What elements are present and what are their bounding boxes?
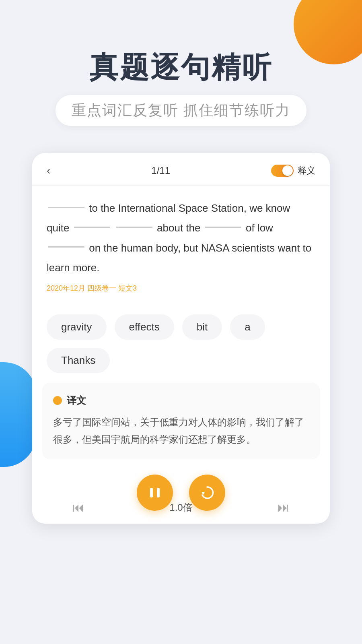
next-button[interactable]: ⏭ xyxy=(278,501,290,514)
prev-button[interactable]: ⏮ xyxy=(72,501,84,514)
blank-2 xyxy=(74,227,110,228)
chip-thanks[interactable]: Thanks xyxy=(47,348,110,373)
footer-bar: ⏮ 1.0倍 ⏭ xyxy=(64,491,298,524)
main-title: 真题逐句精听 xyxy=(0,48,362,87)
speed-label: 1.0倍 xyxy=(169,501,192,514)
blank-1 xyxy=(48,207,84,208)
page-indicator: 1/11 xyxy=(151,165,170,176)
orange-dot-icon xyxy=(53,396,62,405)
sentence-text: to the International Space Station, we k… xyxy=(47,202,311,274)
chip-a[interactable]: a xyxy=(230,314,265,340)
blank-3 xyxy=(116,227,152,228)
bg-blue-decoration xyxy=(0,362,36,467)
chip-gravity[interactable]: gravity xyxy=(47,314,107,340)
translation-text: 多亏了国际空间站，关于低重力对人体的影响，我们了解了很多，但美国宇航局的科学家们… xyxy=(53,413,309,448)
definition-toggle[interactable] xyxy=(271,165,294,177)
card-header: ‹ 1/11 释义 xyxy=(32,153,330,186)
translation-box: 译文 多亏了国际空间站，关于低重力对人体的影响，我们了解了很多，但美国宇航局的科… xyxy=(42,383,320,459)
back-button[interactable]: ‹ xyxy=(47,164,50,177)
toggle-label: 释义 xyxy=(298,165,315,177)
translation-title: 译文 xyxy=(67,394,86,407)
header-section: 真题逐句精听 重点词汇反复听 抓住细节练听力 xyxy=(0,0,362,126)
chips-area: gravity effects bit a Thanks xyxy=(32,306,330,383)
translation-header: 译文 xyxy=(53,394,309,407)
subtitle: 重点词汇反复听 抓住细节练听力 xyxy=(56,95,306,126)
blank-5 xyxy=(48,246,84,248)
blank-4 xyxy=(205,227,241,228)
main-card: ‹ 1/11 释义 to the International Space Sta… xyxy=(32,153,330,524)
chip-effects[interactable]: effects xyxy=(115,314,174,340)
source-label: 2020年12月 四级卷一 短文3 xyxy=(47,281,315,298)
sentence-area: to the International Space Station, we k… xyxy=(32,186,330,306)
chip-bit[interactable]: bit xyxy=(182,314,222,340)
toggle-area: 释义 xyxy=(271,165,315,177)
